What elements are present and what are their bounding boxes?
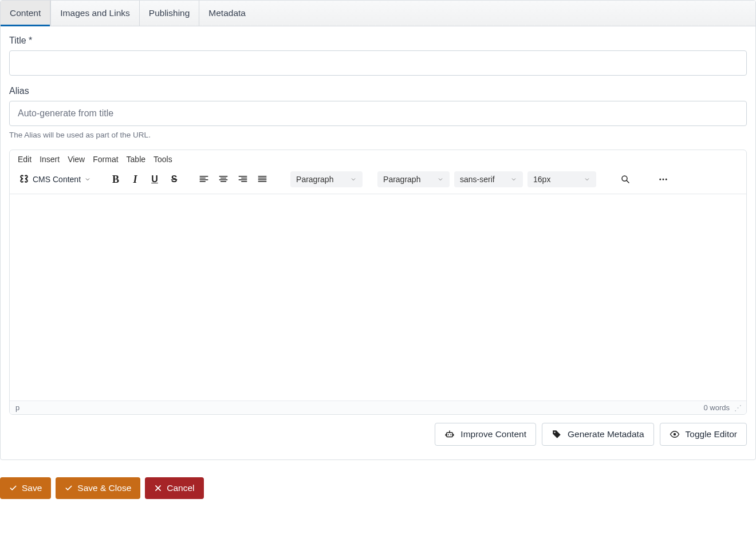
font-family-value: sans-serif: [460, 175, 495, 184]
resize-grip-icon[interactable]: ⋰: [734, 403, 741, 412]
element-path[interactable]: p: [15, 403, 19, 412]
chevron-down-icon: [350, 176, 357, 183]
editor-content-area[interactable]: [10, 194, 746, 400]
check-icon: [65, 484, 73, 492]
svg-point-5: [448, 434, 449, 435]
robot-icon: [444, 429, 455, 439]
check-icon: [9, 484, 17, 492]
svg-point-7: [554, 432, 555, 433]
svg-point-6: [451, 434, 452, 435]
tab-publishing[interactable]: Publishing: [139, 1, 199, 26]
chevron-down-icon: [584, 176, 590, 183]
style-format-select[interactable]: Paragraph: [377, 171, 450, 187]
title-field: Title *: [9, 36, 747, 76]
improve-content-button[interactable]: Improve Content: [435, 423, 536, 446]
menu-view[interactable]: View: [68, 155, 85, 164]
alias-help-text: The Alias will be used as part of the UR…: [9, 131, 747, 139]
italic-button[interactable]: I: [127, 171, 144, 188]
toggle-editor-button[interactable]: Toggle Editor: [660, 423, 747, 446]
more-button[interactable]: [655, 171, 672, 188]
cms-content-label: CMS Content: [33, 175, 81, 184]
svg-point-8: [673, 433, 676, 436]
chevron-down-icon: [437, 176, 444, 183]
strikethrough-button[interactable]: S: [166, 171, 183, 188]
form-actions: Save Save & Close Cancel: [0, 477, 756, 505]
chevron-down-icon: [510, 176, 517, 183]
block-format-value: Paragraph: [296, 175, 333, 184]
chevron-down-icon: [84, 176, 91, 183]
editor-extra-actions: Improve Content Generate Metadata Toggle…: [9, 423, 747, 446]
close-icon: [154, 484, 162, 492]
tag-icon: [552, 429, 562, 439]
editor-panel: Content Images and Links Publishing Meta…: [0, 0, 756, 460]
block-format-select[interactable]: Paragraph: [290, 171, 363, 187]
align-center-button[interactable]: [215, 171, 232, 188]
menu-tools[interactable]: Tools: [153, 155, 172, 164]
save-close-label: Save & Close: [77, 483, 131, 493]
save-label: Save: [22, 483, 42, 493]
cancel-button[interactable]: Cancel: [145, 477, 203, 499]
align-justify-button[interactable]: [254, 171, 271, 188]
menu-table[interactable]: Table: [127, 155, 145, 164]
svg-point-3: [666, 179, 667, 180]
underline-button[interactable]: U: [146, 171, 163, 188]
tab-metadata[interactable]: Metadata: [199, 1, 255, 26]
generate-metadata-button[interactable]: Generate Metadata: [542, 423, 654, 446]
ellipsis-icon: [658, 174, 668, 184]
tab-images-links[interactable]: Images and Links: [50, 1, 139, 26]
editor-status-bar: p 0 words ⋰: [10, 400, 746, 414]
svg-rect-4: [447, 433, 453, 437]
svg-point-0: [622, 176, 627, 181]
svg-point-1: [659, 179, 661, 180]
joomla-icon: [19, 174, 29, 186]
search-button[interactable]: [617, 171, 634, 188]
svg-point-2: [663, 179, 664, 180]
word-count: 0 words: [703, 403, 730, 412]
menu-edit[interactable]: Edit: [18, 155, 32, 164]
save-close-button[interactable]: Save & Close: [56, 477, 140, 499]
tab-content[interactable]: Content: [1, 1, 50, 26]
bold-button[interactable]: B: [107, 171, 124, 188]
editor-menubar: Edit Insert View Format Table Tools: [10, 150, 746, 167]
improve-content-label: Improve Content: [460, 429, 526, 439]
tab-bar: Content Images and Links Publishing Meta…: [1, 1, 755, 26]
editor-toolbar: CMS Content B I U S: [10, 167, 746, 194]
title-label: Title *: [9, 36, 747, 46]
menu-format[interactable]: Format: [93, 155, 118, 164]
title-input[interactable]: [9, 50, 747, 76]
rich-text-editor: Edit Insert View Format Table Tools CMS …: [9, 150, 747, 415]
alias-input[interactable]: [9, 101, 747, 126]
style-format-value: Paragraph: [383, 175, 420, 184]
eye-icon: [670, 429, 680, 439]
content-tab-panel: Title * Alias The Alias will be used as …: [1, 26, 755, 459]
align-right-button[interactable]: [234, 171, 251, 188]
font-family-select[interactable]: sans-serif: [454, 171, 523, 187]
alias-label: Alias: [9, 86, 747, 96]
alias-field: Alias The Alias will be used as part of …: [9, 86, 747, 139]
font-size-value: 16px: [533, 175, 550, 184]
menu-insert[interactable]: Insert: [40, 155, 60, 164]
toggle-editor-label: Toggle Editor: [686, 429, 737, 439]
generate-metadata-label: Generate Metadata: [568, 429, 644, 439]
search-icon: [620, 174, 631, 184]
font-size-select[interactable]: 16px: [527, 171, 596, 187]
save-button[interactable]: Save: [0, 477, 51, 499]
align-left-button[interactable]: [195, 171, 212, 188]
cms-content-dropdown[interactable]: CMS Content: [15, 171, 94, 188]
cancel-label: Cancel: [167, 483, 194, 493]
